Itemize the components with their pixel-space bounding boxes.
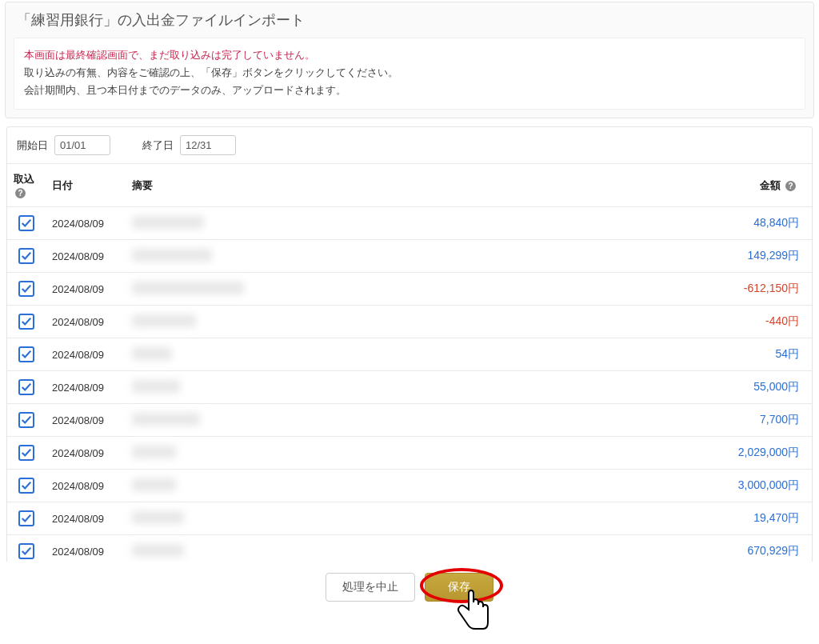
row-desc bbox=[126, 437, 612, 470]
row-desc bbox=[126, 502, 612, 535]
row-date: 2024/08/09 bbox=[46, 502, 126, 535]
import-checkbox[interactable] bbox=[18, 215, 34, 231]
row-date: 2024/08/09 bbox=[46, 470, 126, 502]
table-row: 2024/08/09149,299円 bbox=[7, 240, 812, 273]
row-date: 2024/08/09 bbox=[46, 273, 126, 306]
import-checkbox[interactable] bbox=[18, 314, 34, 330]
notice-line3: 会計期間内、且つ本日付までのデータのみ、アップロードされます。 bbox=[24, 84, 346, 96]
start-date-input[interactable] bbox=[54, 135, 110, 155]
row-amount: 7,700円 bbox=[612, 404, 812, 437]
row-amount: 149,299円 bbox=[612, 240, 812, 273]
col-date-header: 日付 bbox=[46, 164, 126, 207]
row-amount: 19,470円 bbox=[612, 502, 812, 535]
help-icon[interactable]: ? bbox=[15, 188, 26, 198]
date-range-row: 開始日 終了日 bbox=[6, 126, 813, 163]
row-date: 2024/08/09 bbox=[46, 535, 126, 562]
row-date: 2024/08/09 bbox=[46, 207, 126, 240]
row-desc bbox=[126, 404, 612, 437]
row-date: 2024/08/09 bbox=[46, 338, 126, 371]
import-checkbox[interactable] bbox=[18, 346, 34, 362]
row-amount: -440円 bbox=[612, 306, 812, 338]
row-amount: 48,840円 bbox=[612, 207, 812, 240]
import-checkbox[interactable] bbox=[18, 412, 34, 428]
table-row: 2024/08/092,029,000円 bbox=[7, 437, 812, 470]
end-date-input[interactable] bbox=[180, 135, 236, 155]
page-title: 「練習用銀行」の入出金ファイルインポート bbox=[6, 2, 813, 38]
row-desc bbox=[126, 535, 612, 562]
table-row: 2024/08/0919,470円 bbox=[7, 502, 812, 535]
table-row: 2024/08/097,700円 bbox=[7, 404, 812, 437]
col-desc-header: 摘要 bbox=[126, 164, 612, 207]
row-desc bbox=[126, 371, 612, 404]
row-date: 2024/08/09 bbox=[46, 404, 126, 437]
import-checkbox[interactable] bbox=[18, 248, 34, 264]
col-amount-header: 金額 ? bbox=[612, 164, 812, 207]
import-checkbox[interactable] bbox=[18, 510, 34, 526]
row-amount: -612,150円 bbox=[612, 273, 812, 306]
row-date: 2024/08/09 bbox=[46, 306, 126, 338]
import-checkbox[interactable] bbox=[18, 478, 34, 494]
row-amount: 54円 bbox=[612, 338, 812, 371]
notice-box: 本画面は最終確認画面で、まだ取り込みは完了していません。 取り込みの有無、内容を… bbox=[14, 38, 805, 110]
import-panel: 「練習用銀行」の入出金ファイルインポート 本画面は最終確認画面で、まだ取り込みは… bbox=[5, 2, 814, 118]
row-date: 2024/08/09 bbox=[46, 240, 126, 273]
start-date-label: 開始日 bbox=[17, 138, 48, 153]
row-desc bbox=[126, 306, 612, 338]
row-desc bbox=[126, 338, 612, 371]
row-desc bbox=[126, 273, 612, 306]
table-row: 2024/08/093,000,000円 bbox=[7, 470, 812, 502]
footer-buttons: 処理を中止 保存 bbox=[0, 573, 819, 602]
row-amount: 3,000,000円 bbox=[612, 470, 812, 502]
end-date-label: 終了日 bbox=[142, 138, 174, 153]
table-row: 2024/08/0948,840円 bbox=[7, 207, 812, 240]
cancel-button[interactable]: 処理を中止 bbox=[326, 573, 415, 602]
import-checkbox[interactable] bbox=[18, 445, 34, 461]
table-row: 2024/08/09670,929円 bbox=[7, 535, 812, 562]
table-row: 2024/08/09-612,150円 bbox=[7, 273, 812, 306]
row-amount: 2,029,000円 bbox=[612, 437, 812, 470]
row-desc bbox=[126, 470, 612, 502]
notice-line2: 取り込みの有無、内容をご確認の上、「保存」ボタンをクリックしてください。 bbox=[24, 66, 398, 78]
import-checkbox[interactable] bbox=[18, 281, 34, 297]
table-row: 2024/08/0955,000円 bbox=[7, 371, 812, 404]
row-amount: 55,000円 bbox=[612, 371, 812, 404]
row-desc bbox=[126, 240, 612, 273]
import-checkbox[interactable] bbox=[18, 543, 34, 559]
import-checkbox[interactable] bbox=[18, 379, 34, 395]
transactions-table: 取込 ? 日付 摘要 金額 ? 2024/08/0948,840円2024/08… bbox=[7, 163, 812, 562]
row-date: 2024/08/09 bbox=[46, 371, 126, 404]
table-row: 2024/08/09-440円 bbox=[7, 306, 812, 338]
row-amount: 670,929円 bbox=[612, 535, 812, 562]
help-icon[interactable]: ? bbox=[785, 181, 796, 191]
col-import-header: 取込 ? bbox=[7, 164, 46, 207]
row-date: 2024/08/09 bbox=[46, 437, 126, 470]
notice-warning: 本画面は最終確認画面で、まだ取り込みは完了していません。 bbox=[24, 49, 315, 61]
table-header-row: 取込 ? 日付 摘要 金額 ? bbox=[7, 164, 812, 207]
row-desc bbox=[126, 207, 612, 240]
save-button[interactable]: 保存 bbox=[425, 573, 493, 602]
table-row: 2024/08/0954円 bbox=[7, 338, 812, 371]
transactions-table-wrap[interactable]: 取込 ? 日付 摘要 金額 ? 2024/08/0948,840円2024/08… bbox=[6, 163, 813, 562]
